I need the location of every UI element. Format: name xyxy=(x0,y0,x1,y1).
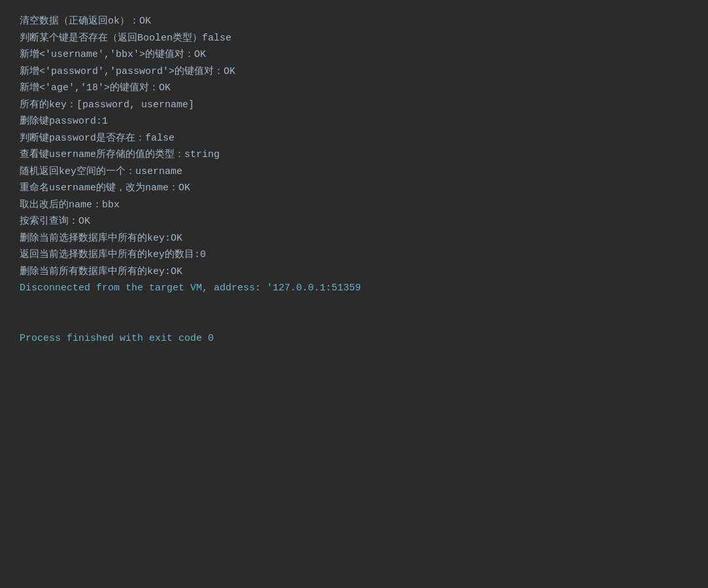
line-9: 查看键username所存储的值的类型：string xyxy=(20,147,688,164)
line-10: 随机返回key空间的一个：username xyxy=(20,164,688,181)
line-13: 按索引查询：OK xyxy=(20,213,688,230)
line-15: 返回当前选择数据库中所有的key的数目:0 xyxy=(20,247,688,264)
line-4: 新增<'password','password'>的键值对：OK xyxy=(20,63,688,80)
console-output: 清空数据（正确返回ok）：OK 判断某个键是否存在（返回Boolen类型）fal… xyxy=(20,13,688,347)
line-14: 删除当前选择数据库中所有的key:OK xyxy=(20,230,688,247)
line-16: 删除当前所有数据库中所有的key:OK xyxy=(20,264,688,281)
line-7: 删除键password:1 xyxy=(20,113,688,130)
line-empty-2 xyxy=(20,313,688,330)
line-17: Disconnected from the target VM, address… xyxy=(20,280,688,297)
line-11: 重命名username的键，改为name：OK xyxy=(20,180,688,197)
line-20: Process finished with exit code 0 xyxy=(20,330,688,347)
line-5: 新增<'age','18'>的键值对：OK xyxy=(20,80,688,97)
line-1: 清空数据（正确返回ok）：OK xyxy=(20,13,688,30)
line-6: 所有的key：[password, username] xyxy=(20,97,688,114)
line-2: 判断某个键是否存在（返回Boolen类型）false xyxy=(20,30,688,47)
line-3: 新增<'username','bbx'>的键值对：OK xyxy=(20,46,688,63)
line-8: 判断键password是否存在：false xyxy=(20,130,688,147)
line-12: 取出改后的name：bbx xyxy=(20,197,688,214)
line-empty-1 xyxy=(20,297,688,314)
